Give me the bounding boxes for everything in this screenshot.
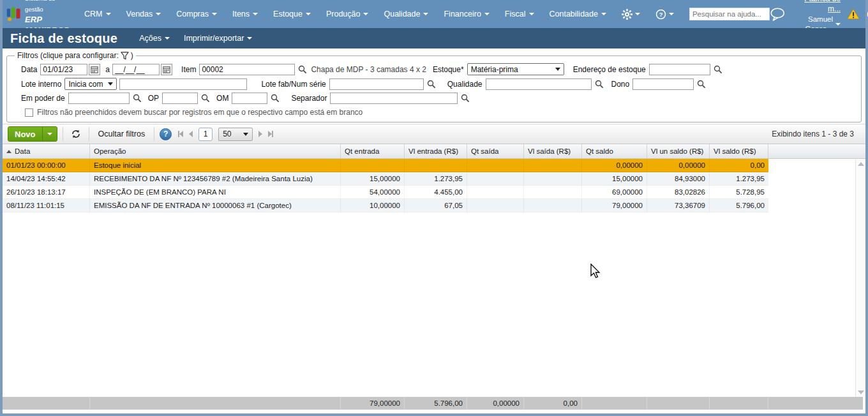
prev-page-button[interactable]: [189, 131, 193, 137]
qualidade-input[interactable]: [486, 78, 592, 90]
cell-qt-entrada: 54,00000: [341, 186, 405, 198]
menu-crm[interactable]: CRM: [84, 10, 110, 19]
cell-data: 26/10/23 18:13:17: [3, 186, 90, 198]
novo-button[interactable]: Novo: [8, 126, 57, 142]
toolbar-help-button[interactable]: ?: [160, 128, 172, 140]
novo-dropdown[interactable]: [42, 127, 57, 141]
pagination: 1 50: [178, 128, 273, 141]
om-search-button[interactable]: [271, 94, 280, 103]
vertical-scrollbar[interactable]: [855, 160, 865, 397]
gear-icon: [622, 9, 632, 20]
chat-bubble-icon[interactable]: [770, 5, 786, 23]
separador-label: Separador: [291, 94, 327, 103]
items-count-status: Exibindo itens 1 - 3 de 3: [772, 130, 860, 138]
settings-menu[interactable]: [622, 9, 640, 20]
company-link[interactable]: Fábrica de m...: [793, 0, 841, 15]
chevron-down-icon: [156, 13, 161, 15]
lote-interno-label: Lote interno: [21, 80, 61, 89]
chevron-down-icon: [253, 13, 258, 15]
column-header-qt-saldo[interactable]: Qt saldo: [582, 144, 647, 158]
acoes-menu[interactable]: Ações: [139, 34, 170, 43]
cell-vl-entrada: 67,05: [405, 199, 467, 212]
filter-row-3: Em poder de OP OM Separador: [13, 93, 855, 104]
cell-qt-saldo: 0,00000: [582, 159, 647, 172]
qualidade-search-button[interactable]: [595, 80, 604, 89]
blank-filter-checkbox[interactable]: [25, 108, 33, 117]
page-size-select[interactable]: 50: [218, 128, 253, 141]
column-header-data[interactable]: Data: [3, 144, 90, 158]
ocultar-filtros-button[interactable]: Ocultar filtros: [94, 130, 149, 138]
calendar-button[interactable]: [89, 64, 100, 75]
filters-legend[interactable]: Filtros (clique para configurar: ): [15, 51, 136, 60]
next-page-button[interactable]: [258, 131, 262, 137]
column-header-filler: [768, 144, 865, 158]
menu-financeiro[interactable]: Financeiro: [444, 10, 489, 19]
help-menu[interactable]: ?: [655, 9, 674, 20]
menu-compras[interactable]: Compras: [176, 10, 217, 19]
scroll-down-icon[interactable]: [858, 390, 864, 394]
estoque-select[interactable]: Matéria-prima: [467, 63, 564, 75]
menu-vendas[interactable]: Vendas: [126, 10, 161, 19]
imprimir-exportar-menu[interactable]: Imprimir/exportar: [184, 34, 252, 43]
filter-row-1: Data a Item Chapa de MDP - 3 camadas 4 x…: [13, 63, 855, 75]
om-label: OM: [216, 94, 228, 103]
separador-search-button[interactable]: [461, 94, 470, 103]
chevron-down-icon: [306, 13, 311, 15]
column-header-vl-saida[interactable]: Vl saída (R$): [524, 144, 582, 158]
op-input[interactable]: [162, 93, 198, 104]
column-header-vl-un-saldo[interactable]: Vl un saldo (R$): [647, 144, 710, 158]
column-header-vl-entrada[interactable]: Vl entrada (R$): [405, 144, 467, 158]
data-from-input[interactable]: [40, 64, 87, 75]
data-label: Data: [21, 65, 37, 74]
lote-fab-label: Lote fab/Num série: [261, 80, 326, 89]
scroll-up-icon[interactable]: [858, 162, 864, 166]
item-input[interactable]: [199, 64, 295, 75]
em-poder-input[interactable]: [68, 93, 130, 104]
dono-search-button[interactable]: [697, 80, 706, 89]
column-header-vl-saldo[interactable]: Vl saldo (R$): [710, 144, 768, 158]
table-row[interactable]: 26/10/23 18:13:17 INSPEÇÃO DE (EM BRANCO…: [3, 186, 768, 199]
warning-icon[interactable]: [847, 6, 860, 22]
chevron-down-icon: [212, 13, 217, 15]
separador-input[interactable]: [330, 93, 458, 104]
menu-qualidade[interactable]: Qualidade: [384, 10, 428, 19]
page-number-input[interactable]: 1: [198, 128, 213, 141]
menu-producao[interactable]: Produção: [326, 10, 369, 19]
cell-qt-entrada: [341, 159, 405, 172]
lote-fab-input[interactable]: [329, 78, 424, 90]
em-poder-search-button[interactable]: [133, 94, 142, 103]
table-row[interactable]: 08/11/23 11:01:15 EMISSÃO DA NF DE ENTRA…: [3, 199, 768, 212]
footer-vl-saida: 0,00: [524, 397, 582, 410]
help-search-input[interactable]: [689, 8, 770, 20]
table-row[interactable]: 01/01/23 00:00:00 Estoque inicial 0,0000…: [3, 159, 768, 172]
menu-itens[interactable]: Itens: [232, 10, 258, 19]
lote-fab-search-button[interactable]: [427, 80, 436, 89]
app-window: Sistema de gestão ERP MAXIPROD CRM Venda…: [0, 0, 868, 416]
em-poder-label: Em poder de: [21, 94, 65, 103]
chevron-down-icon: [529, 13, 534, 15]
menu-estoque[interactable]: Estoque: [273, 10, 311, 19]
menu-fiscal[interactable]: Fiscal: [505, 10, 534, 19]
table-row[interactable]: 14/04/23 14:55:42 RECEBIMENTO DA NF Nº 1…: [3, 172, 768, 186]
refresh-button[interactable]: [68, 127, 84, 141]
first-page-button[interactable]: [178, 131, 183, 137]
om-input[interactable]: [232, 93, 267, 104]
data-to-input[interactable]: [112, 64, 160, 75]
last-page-button[interactable]: [268, 131, 273, 137]
cell-qt-saldo: 69,00000: [582, 186, 647, 198]
endereco-search-button[interactable]: [714, 65, 722, 74]
lote-interno-op-select[interactable]: Inicia com: [64, 78, 117, 90]
column-header-qt-saida[interactable]: Qt saída: [467, 144, 524, 158]
dono-input[interactable]: [632, 78, 694, 90]
endereco-input[interactable]: [649, 64, 710, 75]
menu-contabilidade[interactable]: Contabilidade: [550, 10, 606, 19]
op-search-button[interactable]: [201, 94, 210, 103]
item-search-button[interactable]: [298, 65, 307, 74]
column-header-operacao[interactable]: Operação: [90, 144, 341, 158]
cell-vl-saldo: 0,00: [710, 159, 768, 172]
calendar-button[interactable]: [161, 64, 172, 75]
cell-vl-un-saldo: 0,00000: [647, 159, 710, 172]
help-search: [689, 8, 770, 20]
lote-interno-input[interactable]: [119, 78, 247, 90]
column-header-qt-entrada[interactable]: Qt entrada: [341, 144, 405, 158]
